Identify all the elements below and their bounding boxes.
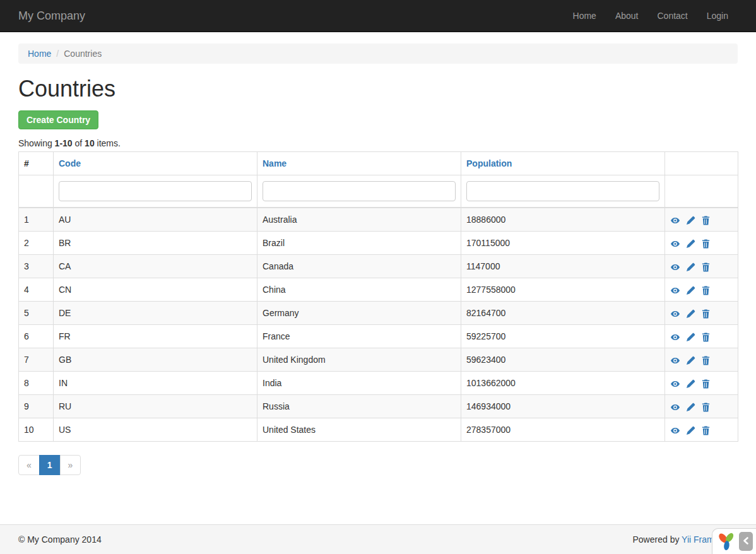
sort-link-population[interactable]: Population	[466, 158, 512, 168]
sort-link-code[interactable]: Code	[59, 158, 81, 168]
trash-icon	[701, 261, 711, 271]
filter-cell-population	[461, 175, 665, 208]
update-button[interactable]	[686, 239, 695, 249]
nav-item-home[interactable]: Home	[564, 0, 606, 32]
delete-button[interactable]	[701, 333, 711, 342]
table-row: 4 CN China 1277558000	[19, 278, 738, 302]
pencil-icon	[686, 308, 695, 318]
eye-icon	[670, 355, 680, 365]
cell-actions	[665, 325, 738, 348]
header-name: Name	[257, 152, 461, 175]
cell-population: 146934000	[461, 395, 665, 418]
delete-button[interactable]	[701, 239, 711, 249]
table-row: 2 BR Brazil 170115000	[19, 232, 738, 255]
view-button[interactable]	[670, 309, 680, 319]
view-button[interactable]	[670, 379, 680, 389]
eye-icon	[670, 285, 680, 295]
nav-item-contact[interactable]: Contact	[647, 0, 697, 32]
sort-link-name[interactable]: Name	[263, 158, 286, 168]
trash-icon	[701, 308, 711, 318]
top-navbar: My Company Home About Contact Login	[0, 0, 756, 32]
countries-grid: # Code Name Population 1 AU Aust	[18, 151, 738, 442]
eye-icon	[670, 331, 680, 341]
cell-index: 4	[19, 278, 54, 302]
delete-button[interactable]	[701, 216, 711, 225]
view-button[interactable]	[670, 356, 680, 365]
delete-button[interactable]	[701, 309, 711, 319]
pagination-page-1[interactable]: 1	[39, 455, 61, 475]
header-actions	[665, 152, 738, 175]
cell-actions	[665, 278, 738, 302]
breadcrumb-home-link[interactable]: Home	[28, 49, 51, 59]
view-button[interactable]	[670, 426, 680, 435]
filter-input-population[interactable]	[466, 181, 659, 201]
update-button[interactable]	[686, 333, 695, 342]
yii-logo-icon[interactable]	[717, 531, 736, 551]
trash-icon	[701, 378, 711, 388]
brand-link[interactable]: My Company	[18, 9, 85, 23]
delete-button[interactable]	[701, 262, 711, 272]
cell-name: Brazil	[257, 232, 461, 255]
chevron-left-icon	[743, 536, 749, 546]
cell-actions	[665, 395, 738, 418]
update-button[interactable]	[686, 262, 695, 272]
nav-item-login[interactable]: Login	[697, 0, 738, 32]
cell-population: 59623400	[461, 348, 665, 372]
delete-button[interactable]	[701, 356, 711, 365]
cell-population: 1277558000	[461, 278, 665, 302]
table-body: 1 AU Australia 18886000	[19, 208, 738, 442]
create-country-button[interactable]: Create Country	[18, 110, 98, 129]
update-button[interactable]	[686, 216, 695, 225]
view-button[interactable]	[670, 286, 680, 295]
cell-population: 82164700	[461, 302, 665, 325]
nav-item-about[interactable]: About	[606, 0, 648, 32]
update-button[interactable]	[686, 309, 695, 319]
table-row: 5 DE Germany 82164700	[19, 302, 738, 325]
view-button[interactable]	[670, 333, 680, 342]
update-button[interactable]	[686, 286, 695, 295]
page-footer: © My Company 2014 Powered by Yii Framewo…	[0, 524, 756, 554]
pencil-icon	[686, 331, 695, 341]
update-button[interactable]	[686, 403, 695, 412]
header-row: # Code Name Population	[19, 152, 738, 175]
table-row: 8 IN India 1013662000	[19, 372, 738, 395]
pencil-icon	[686, 378, 695, 388]
delete-button[interactable]	[701, 379, 711, 389]
cell-index: 1	[19, 208, 54, 232]
cell-actions	[665, 232, 738, 255]
delete-button[interactable]	[701, 403, 711, 412]
pencil-icon	[686, 261, 695, 271]
filter-input-code[interactable]	[59, 181, 252, 201]
cell-population: 59225700	[461, 325, 665, 348]
cell-code: FR	[54, 325, 257, 348]
update-button[interactable]	[686, 379, 695, 389]
cell-code: DE	[54, 302, 257, 325]
cell-index: 7	[19, 348, 54, 372]
eye-icon	[670, 425, 680, 435]
debug-toggle-button[interactable]	[739, 532, 753, 551]
delete-button[interactable]	[701, 426, 711, 435]
table-row: 10 US United States 278357000	[19, 418, 738, 442]
view-button[interactable]	[670, 216, 680, 225]
cell-name: United Kingdom	[257, 348, 461, 372]
cell-code: CN	[54, 278, 257, 302]
view-button[interactable]	[670, 262, 680, 272]
cell-code: US	[54, 418, 257, 442]
cell-actions	[665, 418, 738, 442]
update-button[interactable]	[686, 426, 695, 435]
view-button[interactable]	[670, 239, 680, 249]
filter-input-name[interactable]	[263, 181, 456, 201]
update-button[interactable]	[686, 356, 695, 365]
cell-code: CA	[54, 255, 257, 278]
breadcrumb: Home / Countries	[18, 44, 738, 64]
delete-button[interactable]	[701, 286, 711, 295]
cell-actions	[665, 348, 738, 372]
view-button[interactable]	[670, 403, 680, 412]
cell-population: 170115000	[461, 232, 665, 255]
table-row: 3 CA Canada 1147000	[19, 255, 738, 278]
breadcrumb-separator: /	[51, 49, 64, 59]
cell-code: IN	[54, 372, 257, 395]
navbar-menu: Home About Contact Login	[564, 0, 738, 32]
cell-name: United States	[257, 418, 461, 442]
filter-cell-index	[19, 175, 54, 208]
